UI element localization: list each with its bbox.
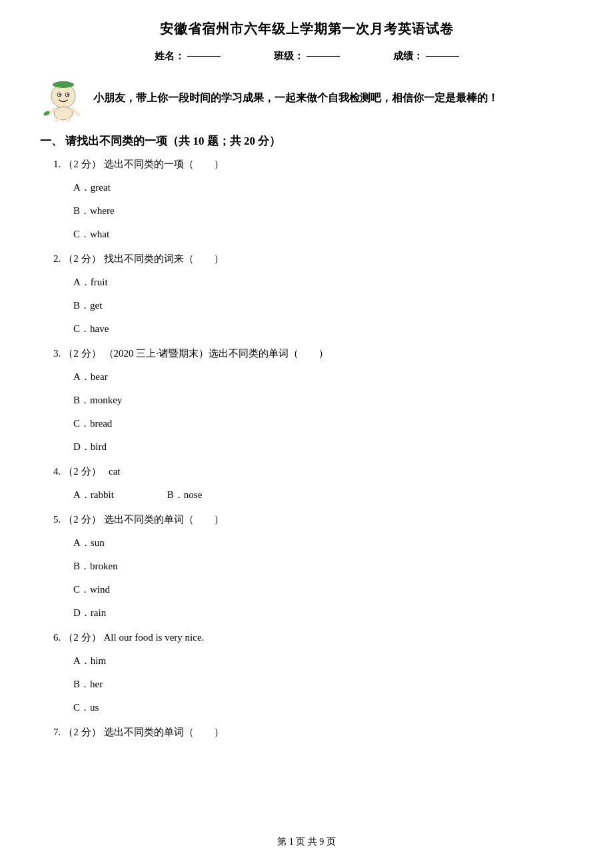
mascot-section: 小朋友，带上你一段时间的学习成果，一起来做个自我检测吧，相信你一定是最棒的！ (40, 75, 573, 121)
q2-score: （2 分） (63, 253, 101, 265)
score-field: 成绩： (393, 50, 459, 63)
class-field: 班级： (274, 50, 340, 63)
question-6: 6. （2 分） All our food is very nice. A．hi… (40, 631, 573, 719)
question-6-header: 6. （2 分） All our food is very nice. (53, 631, 573, 644)
question-3: 3. （2 分） （2020 三上·诸暨期末）选出不同类的单词（ ） A．bea… (40, 347, 573, 459)
svg-rect-2 (59, 81, 68, 85)
q4-num: 4. (53, 466, 61, 477)
q2-option-a: A．fruit (53, 271, 573, 294)
section1-title: 一、 请找出不同类的一项（共 10 题；共 20 分） (40, 133, 573, 149)
q1-num: 1. (53, 159, 61, 170)
score-blank (426, 56, 459, 57)
svg-line-11 (67, 119, 71, 121)
mascot-text: 小朋友，带上你一段时间的学习成果，一起来做个自我检测吧，相信你一定是最棒的！ (93, 91, 498, 105)
q6-option-a: A．him (53, 649, 573, 673)
q3-num: 3. (53, 348, 61, 359)
q5-score: （2 分） (63, 513, 101, 526)
q2-option-b: B．get (53, 294, 573, 317)
q5-text: 选出不同类的单词（ ） (104, 513, 224, 526)
q3-option-c: C．bread (53, 412, 573, 435)
svg-line-9 (73, 109, 79, 115)
info-row: 姓名： 班级： 成绩： (40, 50, 573, 63)
svg-point-6 (67, 94, 69, 96)
q6-option-b: B．her (53, 673, 573, 696)
q6-num: 6. (53, 632, 61, 643)
q2-text: 找出不同类的词来（ ） (104, 253, 224, 265)
q3-option-a: A．bear (53, 365, 573, 389)
svg-point-12 (43, 110, 51, 117)
q1-score: （2 分） (63, 158, 101, 171)
q1-option-a: A．great (53, 176, 573, 199)
q5-option-b: B．broken (53, 555, 573, 578)
q7-num: 7. (53, 727, 61, 738)
q5-num: 5. (53, 514, 61, 525)
q4-score: （2 分） (63, 465, 101, 478)
q3-text: （2020 三上·诸暨期末）选出不同类的单词（ ） (104, 347, 329, 360)
name-field: 姓名： (155, 50, 221, 63)
q2-num: 2. (53, 253, 61, 265)
question-2-header: 2. （2 分） 找出不同类的词来（ ） (53, 253, 573, 265)
q1-option-c: C．what (53, 223, 573, 246)
q5-option-d: D．rain (53, 601, 573, 625)
name-blank (187, 56, 221, 57)
q4-text: cat (104, 466, 121, 477)
question-5-header: 5. （2 分） 选出不同类的单词（ ） (53, 513, 573, 526)
q4-option-b: B．nose (167, 486, 203, 504)
q4-options-row: A．rabbit B．nose (53, 483, 573, 507)
question-7: 7. （2 分） 选出不同类的单词（ ） (40, 726, 573, 739)
q6-option-c: C．us (53, 696, 573, 719)
page-title: 安徽省宿州市六年级上学期第一次月考英语试卷 (40, 20, 573, 38)
footer-text: 第 1 页 共 9 页 (277, 837, 336, 847)
svg-line-10 (56, 119, 59, 121)
question-3-header: 3. （2 分） （2020 三上·诸暨期末）选出不同类的单词（ ） (53, 347, 573, 360)
q3-option-d: D．bird (53, 435, 573, 459)
q6-score: （2 分） (63, 631, 101, 644)
class-label: 班级： (274, 50, 304, 63)
question-7-header: 7. （2 分） 选出不同类的单词（ ） (53, 726, 573, 739)
q6-text: All our food is very nice. (104, 632, 205, 643)
question-4: 4. （2 分） cat A．rabbit B．nose (40, 465, 573, 507)
name-label: 姓名： (155, 50, 185, 63)
q5-option-c: C．wind (53, 578, 573, 601)
question-1: 1. （2 分） 选出不同类的一项（ ） A．great B．where C．w… (40, 158, 573, 246)
q3-score: （2 分） (63, 347, 101, 360)
q5-option-a: A．sun (53, 531, 573, 555)
q2-option-c: C．have (53, 317, 573, 341)
score-label: 成绩： (393, 50, 423, 63)
q7-text: 选出不同类的单词（ ） (104, 726, 224, 739)
section1-title-text: 一、 请找出不同类的一项（共 10 题；共 20 分） (40, 133, 281, 149)
page-footer: 第 1 页 共 9 页 (0, 836, 613, 848)
q7-score: （2 分） (63, 726, 101, 739)
question-2: 2. （2 分） 找出不同类的词来（ ） A．fruit B．get C．hav… (40, 253, 573, 341)
class-blank (306, 56, 340, 57)
svg-point-7 (54, 107, 73, 120)
q4-option-a: A．rabbit (73, 486, 114, 504)
question-1-header: 1. （2 分） 选出不同类的一项（ ） (53, 158, 573, 171)
question-4-header: 4. （2 分） cat (53, 465, 573, 478)
svg-point-5 (59, 94, 61, 96)
mascot-icon (40, 75, 87, 121)
q1-option-b: B．where (53, 199, 573, 223)
question-5: 5. （2 分） 选出不同类的单词（ ） A．sun B．broken C．wi… (40, 513, 573, 625)
q1-text: 选出不同类的一项（ ） (104, 158, 224, 171)
q3-option-b: B．monkey (53, 389, 573, 412)
